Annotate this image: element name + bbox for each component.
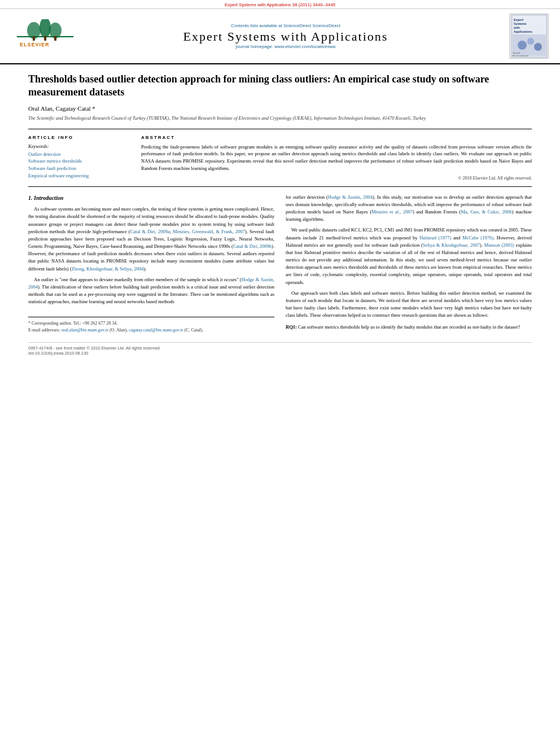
col2-p3: Our approach uses both class labels and … <box>286 290 532 320</box>
ref-halstead[interactable]: Halstead (1977) <box>419 235 451 241</box>
rq1-label: RQ1: <box>286 324 297 330</box>
journal-thumbnail-area: Expert Systems with Applications An Inte… <box>492 14 549 59</box>
journal-thumb-icon: Expert Systems with Applications An Inte… <box>511 14 548 58</box>
svg-text:Applications: Applications <box>514 30 532 33</box>
intro-p1: As software systems are becoming more an… <box>28 206 274 273</box>
svg-rect-4 <box>33 36 35 41</box>
sciencedirect-link[interactable]: ScienceDirect <box>313 23 340 28</box>
doi-text: doi:10.1016/j.eswa.2010.08.130 <box>28 351 88 356</box>
ref-catal-diri-2009b[interactable]: Catal & Diri, 2009b <box>233 243 272 249</box>
article-info-row: ARTICLE INFO Keywords: Outlier detection… <box>28 129 532 187</box>
abstract-text: Predicting the fault-proneness labels of… <box>141 143 532 172</box>
article-info-label: ARTICLE INFO <box>28 135 124 140</box>
ref-seliya[interactable]: Seliya & Khoshgoftaar, 2007 <box>423 242 480 248</box>
bottom-bar: 0957-4174/$ - see front matter © 2010 El… <box>28 342 532 356</box>
body-column-right: for outlier detection (Hodge & Austin, 2… <box>286 194 532 334</box>
journal-header-center: Contents lists available at ScienceDirec… <box>85 23 487 49</box>
body-column-left: 1. Introduction As software systems are … <box>28 194 274 334</box>
ref-hodge-austin-col2[interactable]: Hodge & Austin, 2004 <box>328 194 373 200</box>
ref-ma-guo[interactable]: Ma, Guo, & Cukic, 2006 <box>461 209 511 215</box>
svg-point-3 <box>49 23 62 38</box>
col2-p2: We used public datasets called KC1, KC2,… <box>286 226 532 286</box>
svg-text:ELSEVIER: ELSEVIER <box>20 42 50 47</box>
elsevier-logo-area: ELSEVIER <box>11 19 79 53</box>
article-authors: Oral Alan, Cagatay Catal * <box>28 105 532 112</box>
journal-title: Expert Systems with Applications <box>85 29 487 44</box>
email2-name: (C. Catal). <box>185 327 204 333</box>
col2-p1: for outlier detection (Hodge & Austin, 2… <box>286 194 532 224</box>
keyword-1[interactable]: Outlier detection <box>28 151 124 158</box>
svg-text:Journal: Journal <box>513 51 520 54</box>
ref-munson[interactable]: Munson (2003) <box>484 242 514 248</box>
svg-text:An International: An International <box>513 54 528 57</box>
ref-mccabe[interactable]: McCabe (1976) <box>462 235 493 241</box>
journal-header: ELSEVIER Contents lists available at Sci… <box>0 9 560 64</box>
email-link-1[interactable]: oral.alan@bte.mam.gov.tr <box>62 327 108 333</box>
contents-line: Contents lists available at ScienceDirec… <box>85 23 487 28</box>
rq-box: RQ1: Can software metrics thresholds hel… <box>286 324 532 331</box>
svg-rect-5 <box>44 36 46 41</box>
body-columns: 1. Introduction As software systems are … <box>28 194 532 334</box>
email-link-2[interactable]: cagatay.catal@bte.mam.gov.tr <box>129 327 183 333</box>
contents-text: Contents lists available at ScienceDirec… <box>231 23 311 28</box>
authors-text: Oral Alan, Cagatay Catal * <box>28 105 95 112</box>
svg-text:Expert: Expert <box>514 18 523 21</box>
abstract-label: ABSTRACT <box>141 135 532 140</box>
rq1-text: Can software metrics thresholds help us … <box>298 324 520 330</box>
ref-catal-diri-2009a[interactable]: Catal & Diri, 2009a <box>130 229 170 234</box>
journal-homepage: journal homepage: www.elsevier.com/locat… <box>85 44 487 49</box>
ref-hodge-austin-2004[interactable]: Hodge & Austin, 2004 <box>28 277 274 290</box>
footnote-area: * Corresponding author. Tel.: +90 262 67… <box>28 317 274 334</box>
ref-zhong-2004[interactable]: Zhong, Khoshgoftaar, & Seliya, 2004 <box>72 266 144 272</box>
svg-text:Systems: Systems <box>514 22 527 25</box>
rq1: RQ1: Can software metrics thresholds hel… <box>286 324 532 331</box>
elsevier-logo-icon: ELSEVIER <box>17 19 73 53</box>
footnote-emails: E-mail addresses: oral.alan@bte.mam.gov.… <box>28 327 274 334</box>
journal-citation-bar: Expert Systems with Applications 38 (201… <box>0 0 560 9</box>
homepage-url[interactable]: www.elsevier.com/locate/eswa <box>274 44 335 49</box>
article-content: Thresholds based outlier detection appro… <box>0 64 560 367</box>
keyword-4[interactable]: Empirical software engineering <box>28 172 124 180</box>
article-title: Thresholds based outlier detection appro… <box>28 73 532 99</box>
ref-menzies-col2[interactable]: Menzies et al., 2007 <box>371 209 413 215</box>
svg-point-17 <box>534 43 542 51</box>
article-affiliation: The Scientific and Technological Researc… <box>28 115 532 122</box>
copyright-line: © 2010 Elsevier Ltd. All rights reserved… <box>141 176 532 181</box>
svg-point-15 <box>518 41 527 50</box>
ref-menzies-2007[interactable]: Menzies, Greenwald, & Frank, 2007 <box>173 229 245 234</box>
footnote-corresponding: * Corresponding author. Tel.: +90 262 67… <box>28 320 274 327</box>
article-info-section: ARTICLE INFO Keywords: Outlier detection… <box>28 135 124 181</box>
journal-thumbnail: Expert Systems with Applications An Inte… <box>509 14 549 59</box>
svg-rect-6 <box>54 36 56 41</box>
keyword-2[interactable]: Software metrics thresholds <box>28 158 124 165</box>
email1-name: (O. Alan), <box>110 327 128 333</box>
journal-citation-text: Expert Systems with Applications 38 (201… <box>225 2 335 7</box>
intro-p2: An outlier is "one that appears to devia… <box>28 276 274 306</box>
keyword-3[interactable]: Software fault prediction <box>28 165 124 172</box>
keywords-label: Keywords: <box>28 143 124 149</box>
bottom-notice: 0957-4174/$ - see front matter © 2010 El… <box>28 346 161 351</box>
svg-text:with: with <box>513 26 520 29</box>
svg-point-2 <box>40 19 51 38</box>
abstract-section: ABSTRACT Predicting the fault-proneness … <box>141 135 532 181</box>
svg-point-16 <box>527 38 534 45</box>
intro-heading: 1. Introduction <box>28 194 274 203</box>
